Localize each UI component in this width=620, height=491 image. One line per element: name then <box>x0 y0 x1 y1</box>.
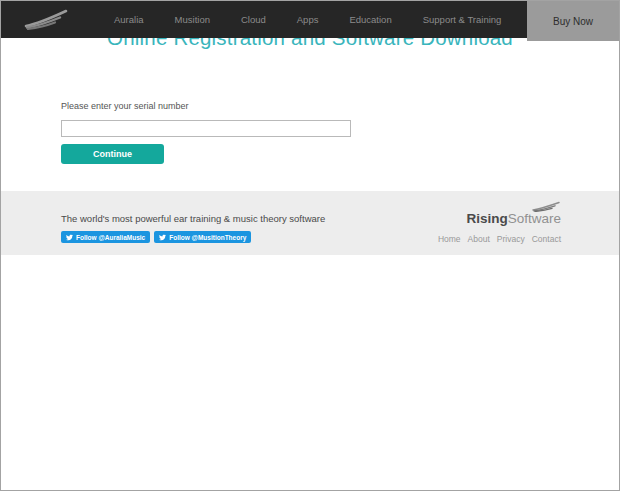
brand-wordmark-rising: Rising <box>466 211 507 226</box>
nav-item-auralia[interactable]: Auralia <box>114 14 144 25</box>
nav-item-support-training[interactable]: Support & Training <box>423 14 502 25</box>
twitter-bird-icon <box>66 234 73 241</box>
top-nav: Auralia Musition Cloud Apps Education Su… <box>1 1 619 38</box>
twitter-follow-auralia-label: Follow @AuraliaMusic <box>76 234 145 241</box>
footer-link-privacy[interactable]: Privacy <box>497 234 525 244</box>
footer-link-about[interactable]: About <box>468 234 490 244</box>
nav-item-musition[interactable]: Musition <box>175 14 210 25</box>
brand-wordmark-software: Software <box>508 211 561 226</box>
continue-button[interactable]: Continue <box>61 144 164 164</box>
footer-link-contact[interactable]: Contact <box>532 234 561 244</box>
footer-link-home[interactable]: Home <box>438 234 461 244</box>
footer-links: Home About Privacy Contact <box>438 234 561 244</box>
rising-swoosh-logo-icon[interactable] <box>23 8 69 31</box>
brand-wordmark: RisingSoftware <box>466 212 561 227</box>
nav-menu: Auralia Musition Cloud Apps Education Su… <box>114 1 501 38</box>
rising-software-brand: RisingSoftware <box>466 201 561 227</box>
nav-item-education[interactable]: Education <box>349 14 391 25</box>
twitter-follow-musition-button[interactable]: Follow @MusitionTheory <box>154 231 251 243</box>
serial-number-form: Please enter your serial number Continue <box>61 101 351 164</box>
twitter-follow-row: Follow @AuraliaMusic Follow @MusitionThe… <box>61 231 251 243</box>
twitter-follow-musition-label: Follow @MusitionTheory <box>169 234 246 241</box>
nav-item-apps[interactable]: Apps <box>297 14 319 25</box>
nav-item-cloud[interactable]: Cloud <box>241 14 266 25</box>
page: Auralia Musition Cloud Apps Education Su… <box>1 1 619 490</box>
twitter-bird-icon <box>159 234 166 241</box>
twitter-follow-auralia-button[interactable]: Follow @AuraliaMusic <box>61 231 150 243</box>
footer-tagline: The world's most powerful ear training &… <box>61 213 325 224</box>
buy-now-button[interactable]: Buy Now <box>527 1 619 41</box>
footer: The world's most powerful ear training &… <box>1 191 619 255</box>
serial-number-input[interactable] <box>61 120 351 137</box>
serial-number-label: Please enter your serial number <box>61 101 351 111</box>
